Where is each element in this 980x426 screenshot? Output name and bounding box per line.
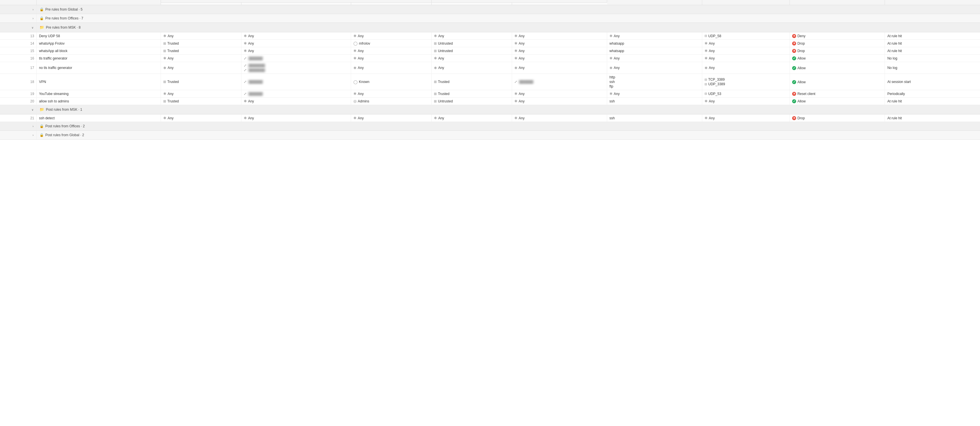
any-icon: ✱: [353, 56, 356, 60]
cell-value: Any: [438, 56, 444, 60]
group-toggle-cell[interactable]: ∨: [0, 105, 37, 114]
any-icon: ✱: [163, 92, 166, 96]
group-label-cell[interactable]: 🔒 Pre rules from Offices · 7: [37, 14, 980, 23]
any-icon: ✱: [609, 34, 612, 38]
group-label-cell[interactable]: 🔒 Pre rules from Global · 5: [37, 5, 980, 14]
row-user: ✱Any: [351, 55, 431, 62]
network-icon: ⤢: [514, 80, 517, 84]
zone-icon: ⊞: [163, 49, 166, 53]
col-service-header: [702, 0, 790, 5]
table-row[interactable]: 17 no tls traffic generator ✱Any ⤢██████…: [0, 62, 980, 74]
cell-value: http: [609, 75, 615, 79]
group-label-cell[interactable]: 📁 Pre rules from MSK · 8: [37, 23, 980, 32]
any-icon: ✱: [514, 116, 517, 120]
action-dot: ✓: [792, 66, 796, 70]
zone-icon: ⊞: [434, 41, 437, 46]
any-icon: ✱: [163, 34, 166, 38]
group-label-cell[interactable]: 📁 Post rules from MSK · 1: [37, 105, 980, 114]
row-dst-addr: ✱Any: [512, 40, 607, 47]
group-toggle-cell[interactable]: ›: [0, 14, 37, 23]
group-label: Post rules from Global · 2: [45, 133, 84, 137]
row-app: whatsapp: [607, 40, 702, 47]
group-label-cell[interactable]: 🔒 Post rules from Global · 2: [37, 131, 980, 139]
row-dst-zone: ✱Any: [431, 114, 512, 122]
table-row[interactable]: 14 whatsApp Frolov ⊞Trusted ✱Any ◯mfrolo…: [0, 40, 980, 47]
cell-value: Any: [248, 34, 254, 38]
group-toggle[interactable]: 🔒 Post rules from Offices · 2: [40, 124, 85, 128]
row-no: 18: [0, 74, 37, 90]
any-icon: ✱: [353, 116, 356, 120]
cell-value: Any: [519, 49, 525, 53]
group-toggle[interactable]: 📁 Post rules from MSK · 1: [40, 107, 82, 112]
action-badge: ✕ Reset client: [792, 92, 815, 96]
action-label: Drop: [797, 41, 805, 46]
row-user: ✱Any: [351, 90, 431, 98]
any-icon: ✱: [609, 66, 612, 70]
group-row[interactable]: › 🔒 Post rules from Offices · 2: [0, 122, 980, 131]
row-dst-addr: ✱Any: [512, 98, 607, 105]
action-label: Allow: [797, 66, 806, 70]
row-action: ✕ Deny: [790, 32, 885, 40]
table-row[interactable]: 20 allow ssh to admins ⊞Trusted ✱Any ◎Ad…: [0, 98, 980, 105]
action-dot: ✕: [792, 92, 796, 96]
cell-value: Any: [167, 116, 173, 120]
cell-value: Admins: [358, 99, 369, 103]
action-badge: ✕ Drop: [792, 116, 805, 120]
cell-value: Any: [519, 92, 525, 96]
zone-icon: ⊞: [163, 80, 166, 84]
table-row[interactable]: 19 YouTube streaming ✱Any ⤢██████ ✱Any ⊞…: [0, 90, 980, 98]
cell-value: Any: [248, 49, 254, 53]
chevron-icon: ›: [31, 134, 33, 136]
cell-value: Trusted: [167, 99, 179, 103]
row-src-addr: ✱Any: [242, 114, 351, 122]
group-toggle[interactable]: 🔒 Pre rules from Global · 5: [40, 8, 83, 11]
user-icon: ◯: [353, 41, 358, 46]
blurred-value: ██████: [248, 80, 264, 84]
cell-value: Any: [438, 34, 444, 38]
row-service: ✱Any: [702, 47, 790, 55]
group-row[interactable]: ∨ 📁 Post rules from MSK · 1: [0, 105, 980, 114]
table-row[interactable]: 15 whatsApp all block ⊞Trusted ✱Any ✱Any…: [0, 47, 980, 55]
group-label: Post rules from MSK · 1: [46, 108, 82, 112]
table-row[interactable]: 13 Deny UDP 58 ✱Any ✱Any ✱Any ✱Any ✱Any …: [0, 32, 980, 40]
row-src-zone: ✱Any: [161, 90, 242, 98]
zone-icon: ⊞: [434, 99, 437, 103]
cell-value: Any: [519, 99, 525, 103]
group-toggle-cell[interactable]: ∨: [0, 23, 37, 32]
cell-value: Any: [709, 116, 715, 120]
group-row[interactable]: ∨ 📁 Pre rules from MSK · 8: [0, 23, 980, 32]
any-icon: ✱: [514, 41, 517, 46]
row-no: 16: [0, 55, 37, 62]
row-name: tls traffic generator: [37, 55, 161, 62]
row-src-addr: ⤢██████: [242, 74, 351, 90]
table-row[interactable]: 18 VPN ⊞Trusted ⤢██████ ◯Known ⊞Trusted …: [0, 74, 980, 90]
row-service: ⊟UDP_58: [702, 32, 790, 40]
group-row[interactable]: › 🔒 Pre rules from Offices · 7: [0, 14, 980, 23]
table-row[interactable]: 16 tls traffic generator ✱Any ⤢██████ ✱A…: [0, 55, 980, 62]
row-log: At rule hit: [885, 40, 980, 47]
action-dot: ✕: [792, 34, 796, 38]
group-row[interactable]: › 🔒 Post rules from Global · 2: [0, 131, 980, 139]
row-no: 14: [0, 40, 37, 47]
col-dst-zone-header: [431, 3, 512, 5]
group-toggle-cell[interactable]: ›: [0, 5, 37, 14]
row-dst-zone: ✱Any: [431, 55, 512, 62]
row-src-zone: ⊞Trusted: [161, 47, 242, 55]
col-destination-header: [431, 0, 607, 3]
group-toggle-cell[interactable]: ›: [0, 131, 37, 139]
group-row[interactable]: › 🔒 Pre rules from Global · 5: [0, 5, 980, 14]
group-toggle[interactable]: 🔒 Post rules from Global · 2: [40, 133, 84, 137]
table-row[interactable]: 21 ssh detect ✱Any ✱Any ✱Any ✱Any ✱Any s…: [0, 114, 980, 122]
group-toggle[interactable]: 📁 Pre rules from MSK · 8: [40, 25, 81, 30]
group-toggle-cell[interactable]: ›: [0, 122, 37, 131]
row-app: ✱Any: [607, 32, 702, 40]
action-label: Deny: [797, 34, 805, 38]
cell-value: Any: [167, 66, 173, 70]
group-label-cell[interactable]: 🔒 Post rules from Offices · 2: [37, 122, 980, 131]
col-log-header: [885, 0, 980, 5]
group-toggle[interactable]: 🔒 Pre rules from Offices · 7: [40, 16, 83, 20]
row-user: ✱Any: [351, 114, 431, 122]
chevron-icon: ∨: [31, 108, 33, 111]
row-service: ✱Any: [702, 55, 790, 62]
cell-value: Any: [709, 49, 715, 53]
